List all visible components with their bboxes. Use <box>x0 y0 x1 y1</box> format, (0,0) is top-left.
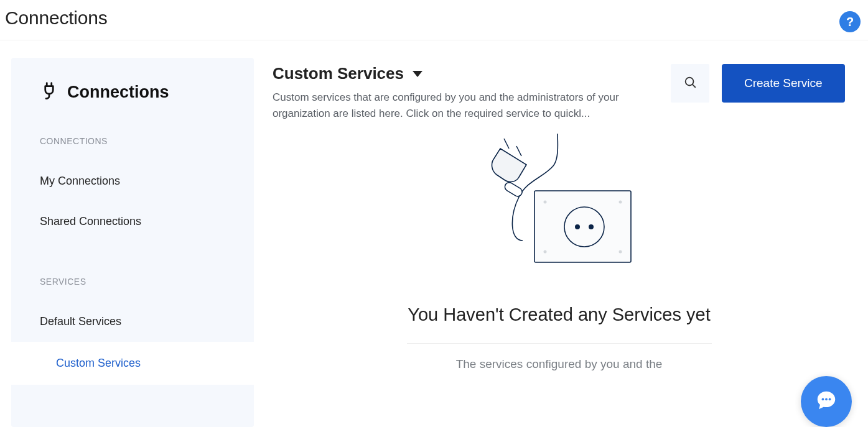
search-icon <box>683 75 697 91</box>
main-header: Custom Services Custom services that are… <box>273 64 846 122</box>
heading-dropdown[interactable]: Custom Services <box>273 64 658 83</box>
svg-point-15 <box>829 398 831 401</box>
sidebar-title-text: Connections <box>67 83 169 102</box>
svg-rect-2 <box>534 191 631 262</box>
search-button[interactable] <box>671 64 709 103</box>
svg-point-9 <box>589 224 594 229</box>
svg-point-3 <box>543 200 546 203</box>
section-label-connections: CONNECTIONS <box>11 136 254 146</box>
page-header: Connections ? <box>0 0 868 40</box>
sidebar: Connections CONNECTIONS My Connections S… <box>11 58 254 427</box>
svg-point-4 <box>618 200 622 203</box>
sidebar-title: Connections <box>11 81 254 103</box>
main-content: Custom Services Custom services that are… <box>254 58 868 427</box>
sidebar-item-my-connections[interactable]: My Connections <box>11 161 254 201</box>
help-button[interactable]: ? <box>839 11 861 32</box>
sidebar-item-custom-services[interactable]: Custom Services <box>11 342 254 385</box>
svg-point-14 <box>825 398 828 401</box>
empty-state: You Haven't Created any Services yet The… <box>273 129 846 371</box>
create-service-button[interactable]: Create Service <box>722 64 845 103</box>
empty-state-title: You Haven't Created any Services yet <box>408 298 710 332</box>
empty-state-subtitle: The services configured by you and the <box>456 357 663 371</box>
divider <box>407 343 712 344</box>
svg-line-1 <box>693 85 695 87</box>
page-title: Connections <box>5 7 868 29</box>
svg-point-6 <box>618 250 622 253</box>
sidebar-item-default-services[interactable]: Default Services <box>11 301 254 342</box>
chat-button[interactable] <box>801 376 852 427</box>
help-icon: ? <box>846 15 854 29</box>
empty-state-illustration <box>482 129 637 280</box>
svg-point-5 <box>543 250 546 253</box>
create-service-label: Create Service <box>744 76 823 90</box>
sidebar-item-shared-connections[interactable]: Shared Connections <box>11 201 254 242</box>
svg-rect-10 <box>503 181 523 198</box>
svg-point-8 <box>575 224 580 229</box>
main-heading: Custom Services <box>273 64 404 83</box>
main-description: Custom services that are configured by y… <box>273 90 658 122</box>
svg-point-13 <box>822 398 824 401</box>
svg-line-11 <box>504 139 509 149</box>
section-label-services: SERVICES <box>11 277 254 287</box>
plug-icon <box>40 81 58 103</box>
svg-line-12 <box>516 146 521 156</box>
caret-down-icon <box>413 71 422 77</box>
chat-icon <box>814 388 838 415</box>
